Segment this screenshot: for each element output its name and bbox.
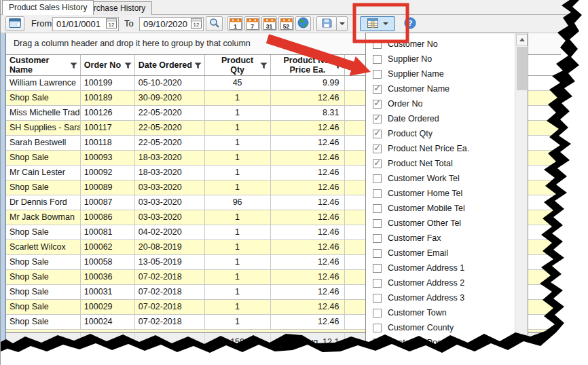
from-date-value: 01/01/0001 <box>56 19 106 29</box>
cell-product-qty: 1 <box>205 106 271 120</box>
filter-icon[interactable] <box>260 62 268 71</box>
checkbox[interactable] <box>373 324 382 332</box>
cell-customer-name: Shop Sale <box>6 255 81 269</box>
column-chooser-item[interactable]: Customer Fax <box>366 231 515 246</box>
cell-date-ordered: 07-02-2018 <box>135 315 205 329</box>
column-header-customer-name[interactable]: Customer Name <box>6 55 81 75</box>
from-date-input[interactable]: 01/01/0001 12 <box>52 17 119 31</box>
checkbox[interactable] <box>373 55 382 64</box>
column-chooser-item[interactable]: Product Net Total <box>366 156 515 171</box>
column-header-product-net-price[interactable]: Product Net Price Ea. <box>271 55 346 75</box>
range-52-week-button[interactable]: 52 <box>278 16 294 31</box>
column-chooser-item[interactable]: Customer Name <box>366 81 515 96</box>
help-button[interactable]: ? <box>403 16 418 31</box>
checkbox[interactable] <box>373 115 382 123</box>
range-31-day-button[interactable]: 31 <box>261 16 277 31</box>
cell-date-ordered: 04-02-2020 <box>135 225 205 239</box>
cell-order-no: 100029 <box>81 300 135 314</box>
cell-product-qty: 1 <box>205 166 271 180</box>
cell-order-no: 100089 <box>81 180 135 195</box>
filter-icon[interactable] <box>194 62 202 71</box>
column-chooser-item[interactable]: Customer Work Tel <box>366 171 515 186</box>
cell-product-qty: 1 <box>205 210 271 225</box>
checkbox[interactable] <box>373 309 382 318</box>
cell-date-ordered: 07-02-2018 <box>135 270 205 284</box>
column-chooser-button[interactable] <box>360 16 395 31</box>
column-chooser-item[interactable]: Product Qty <box>366 126 515 141</box>
column-chooser-item[interactable]: Customer Town <box>366 305 515 320</box>
column-chooser-item[interactable]: Customer Address 1 <box>366 261 515 275</box>
all-dates-button[interactable] <box>295 16 311 31</box>
checkbox[interactable] <box>373 279 382 288</box>
cell-date-ordered: 20-08-2019 <box>135 240 205 254</box>
checkbox[interactable] <box>373 174 382 183</box>
save-button[interactable] <box>316 16 337 31</box>
checkbox[interactable] <box>373 204 382 213</box>
cell-order-no: 100062 <box>81 240 135 254</box>
checkbox[interactable] <box>373 234 382 243</box>
column-chooser-item[interactable]: Date Ordered <box>366 111 515 126</box>
column-chooser-item[interactable]: Supplier No <box>366 52 515 66</box>
search-button[interactable] <box>206 16 223 31</box>
cell-order-no: 100087 <box>81 195 135 210</box>
column-header-product-qty[interactable]: Product Qty <box>205 55 271 75</box>
checkbox[interactable] <box>373 85 382 94</box>
checkbox[interactable] <box>373 145 382 153</box>
range-1-day-button[interactable]: 1 <box>227 16 243 31</box>
chevron-down-icon <box>383 22 388 25</box>
filter-icon[interactable] <box>124 62 132 71</box>
scrollbar[interactable] <box>515 33 528 364</box>
column-chooser-item[interactable]: Customer Mobile Tel <box>366 201 515 216</box>
cell-customer-name: Shop Sale <box>6 285 81 299</box>
toolbar: From 01/01/0001 12 To 09/10/2020 12 1 <box>1 15 588 33</box>
column-chooser-item[interactable]: Customer Other Tel <box>366 216 515 231</box>
checkbox[interactable] <box>373 294 382 303</box>
column-chooser-item[interactable]: Customer Email <box>366 246 515 261</box>
scroll-up-button[interactable] <box>516 34 528 45</box>
checkbox[interactable] <box>373 219 382 228</box>
checkbox[interactable] <box>373 70 382 79</box>
help-icon: ? <box>404 17 416 31</box>
calendar-icon[interactable]: 12 <box>191 18 203 31</box>
column-chooser-item[interactable]: Customer No <box>366 37 515 52</box>
cell-order-no: 100117 <box>81 121 135 135</box>
column-chooser-item[interactable]: Customer Address 2 <box>366 275 515 290</box>
checkbox[interactable] <box>373 249 382 258</box>
column-chooser-item[interactable]: Customer County <box>366 320 515 335</box>
checkbox[interactable] <box>373 40 382 49</box>
column-chooser-item[interactable]: Product Net Price Ea. <box>366 141 515 156</box>
summary-price-average: Avg. 12.1 <box>271 333 346 351</box>
column-chooser-item-label: Customer Other Tel <box>388 218 461 228</box>
checkbox[interactable] <box>373 100 382 109</box>
checkbox[interactable] <box>373 159 382 168</box>
column-chooser-item[interactable]: Order No <box>366 96 515 111</box>
to-date-input[interactable]: 09/10/2020 12 <box>139 17 204 31</box>
checkbox[interactable] <box>373 189 382 198</box>
checkbox[interactable] <box>373 264 382 273</box>
scrollbar-thumb[interactable] <box>517 47 527 90</box>
column-chooser-item-label: Supplier Name <box>388 69 444 79</box>
column-chooser-item-label: Customer Home Tel <box>388 189 462 198</box>
filter-icon[interactable] <box>334 62 342 71</box>
cell-product-qty: 96 <box>205 195 271 210</box>
cell-customer-name: Shop Sale <box>6 225 81 239</box>
column-header-date-ordered[interactable]: Date Ordered <box>135 55 205 75</box>
save-dropdown-button[interactable] <box>336 16 348 31</box>
column-chooser-item[interactable]: Customer Home Tel <box>366 186 515 201</box>
cell-date-ordered: 13-05-2019 <box>135 255 205 269</box>
column-chooser-item[interactable]: Supplier Name <box>366 66 515 81</box>
form-view-button[interactable] <box>5 16 24 31</box>
filter-icon[interactable] <box>70 62 77 71</box>
calendar-icon[interactable]: 12 <box>106 18 118 31</box>
cell-product-qty: 1 <box>205 240 271 254</box>
tab-product-sales-history[interactable]: Product Sales History <box>2 0 94 15</box>
checkbox[interactable] <box>373 339 382 347</box>
checkbox[interactable] <box>373 130 382 138</box>
cell-order-no: 100199 <box>81 76 135 90</box>
column-header-order-no[interactable]: Order No <box>81 55 135 75</box>
calendar-31-icon: 31 <box>263 18 276 30</box>
column-chooser-item-label: Product Net Total <box>388 159 453 168</box>
range-7-day-button[interactable]: 7 <box>244 16 260 31</box>
column-chooser-item[interactable]: Customer Postcode <box>366 335 515 350</box>
column-chooser-item[interactable]: Customer Address 3 <box>366 290 515 305</box>
